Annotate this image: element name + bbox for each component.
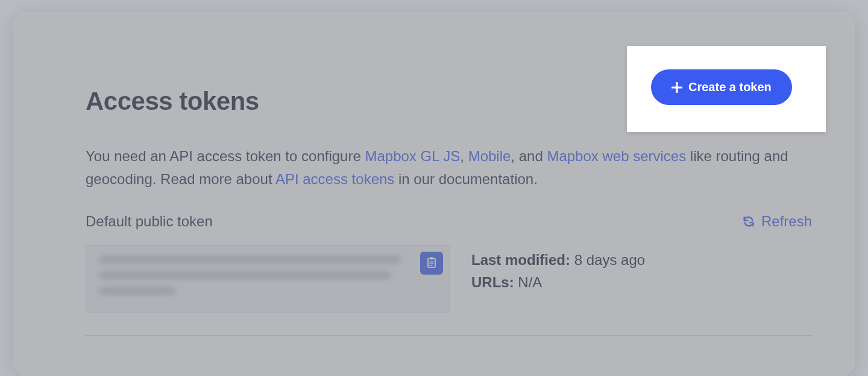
link-web-services[interactable]: Mapbox web services	[547, 148, 686, 164]
refresh-icon	[742, 215, 755, 228]
urls-value: N/A	[518, 274, 542, 290]
copy-token-button[interactable]	[420, 252, 443, 275]
desc-part1: You need an API access token to configur…	[86, 148, 365, 164]
link-mapbox-gl-js[interactable]: Mapbox GL JS	[365, 148, 460, 164]
token-redacted-line	[99, 287, 175, 295]
last-modified-label: Last modified:	[471, 252, 570, 268]
token-redacted-line	[99, 271, 391, 279]
urls-label: URLs:	[471, 274, 514, 290]
last-modified-value: 8 days ago	[574, 252, 645, 268]
refresh-label: Refresh	[761, 213, 812, 230]
last-modified-row: Last modified: 8 days ago	[471, 249, 645, 271]
token-redacted-line	[99, 255, 401, 264]
create-token-label: Create a token	[688, 80, 772, 94]
token-meta: Last modified: 8 days ago URLs: N/A	[471, 249, 645, 293]
description-text: You need an API access token to configur…	[86, 145, 797, 191]
token-value-box	[86, 245, 450, 313]
svg-rect-1	[430, 257, 433, 260]
token-header-row: Default public token Refresh	[86, 213, 812, 230]
plus-icon	[671, 82, 682, 93]
section-divider	[86, 335, 812, 336]
desc-sep2: , and	[511, 148, 547, 164]
refresh-button[interactable]: Refresh	[742, 213, 812, 230]
link-mobile[interactable]: Mobile	[468, 148, 511, 164]
default-token-heading: Default public token	[86, 213, 213, 230]
desc-sep1: ,	[460, 148, 468, 164]
page-title: Access tokens	[86, 87, 259, 116]
create-token-button[interactable]: Create a token	[651, 69, 792, 105]
link-api-access-tokens[interactable]: API access tokens	[275, 171, 394, 187]
clipboard-icon	[426, 257, 437, 270]
desc-part3: in our documentation.	[394, 171, 537, 187]
urls-row: URLs: N/A	[471, 271, 645, 293]
